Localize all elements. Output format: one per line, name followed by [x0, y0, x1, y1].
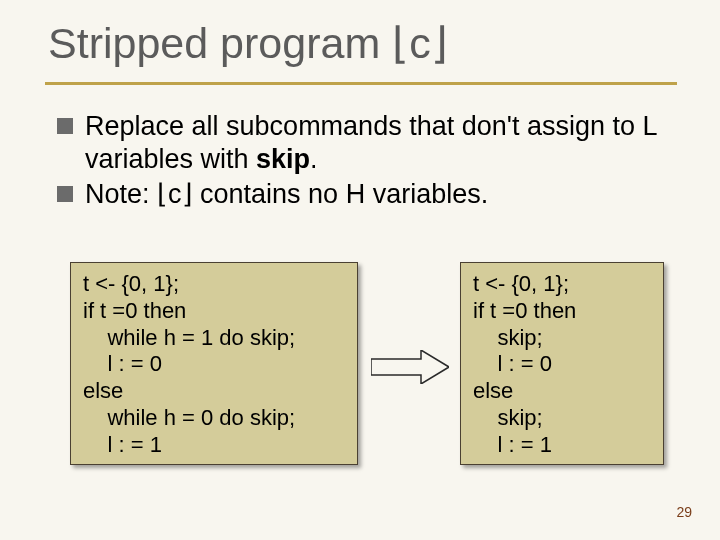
title-underline: [45, 82, 677, 85]
bullet-item-2: Note: ⌊c⌋ contains no H variables.: [55, 178, 680, 211]
bullet-item-1: Replace all subcommands that don't assig…: [55, 110, 680, 176]
slide: Stripped program ⌊c⌋ Replace all subcomm…: [0, 0, 720, 540]
code-box-right: t <- {0, 1}; if t =0 then skip; l : = 0 …: [460, 262, 664, 465]
page-title: Stripped program ⌊c⌋: [48, 18, 448, 68]
svg-marker-0: [371, 350, 449, 384]
page-number: 29: [676, 504, 692, 520]
bullet-1-text-pre: Replace all subcommands that don't assig…: [85, 111, 656, 174]
code-box-left: t <- {0, 1}; if t =0 then while h = 1 do…: [70, 262, 358, 465]
bullet-1-bold: skip: [256, 144, 310, 174]
arrow-icon: [371, 350, 449, 384]
bullet-2-text: Note: ⌊c⌋ contains no H variables.: [85, 179, 488, 209]
bullet-1-text-post: .: [310, 144, 318, 174]
bullet-list: Replace all subcommands that don't assig…: [55, 110, 680, 213]
